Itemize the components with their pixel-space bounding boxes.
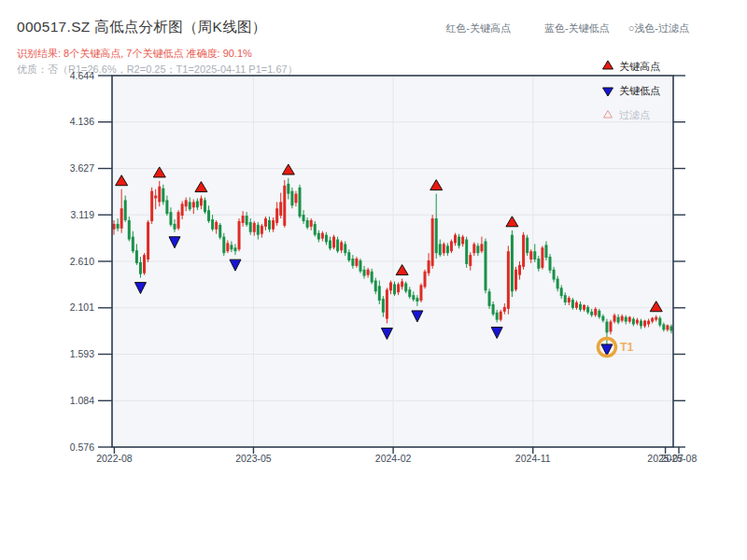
candle-body	[340, 242, 343, 250]
candle-body	[371, 272, 374, 283]
candle-body	[579, 304, 582, 310]
key-high-legend-icon	[603, 61, 613, 69]
candle-body	[154, 196, 157, 199]
candle-body	[609, 322, 612, 332]
y-axis-label: 1.593	[70, 348, 94, 359]
candle-body	[636, 320, 639, 324]
candle-body	[541, 247, 543, 268]
candle-body	[419, 285, 422, 301]
candle-body	[347, 252, 350, 260]
candle-body	[253, 223, 256, 232]
candle-body	[424, 272, 427, 287]
candle-body	[469, 255, 472, 266]
candle-body	[617, 317, 620, 323]
candle-body	[355, 259, 358, 266]
candle-body	[500, 312, 502, 320]
candle-body	[290, 191, 293, 206]
candle-body	[200, 198, 203, 205]
candle-body	[389, 283, 392, 291]
candle-body	[431, 218, 434, 266]
candle-body	[325, 235, 328, 243]
y-axis-label: 3.627	[70, 162, 94, 174]
candle-body	[218, 225, 221, 238]
candle-body	[314, 224, 317, 235]
candle-body	[249, 222, 252, 232]
candle-body	[446, 245, 449, 253]
t1-label: T1	[620, 341, 634, 354]
candle-body	[196, 201, 199, 207]
candle-body	[544, 245, 547, 258]
candle-body	[120, 208, 123, 229]
candle-body	[294, 194, 297, 203]
candle-body	[222, 237, 225, 254]
candle-body	[386, 289, 388, 318]
y-axis-label: 2.610	[70, 256, 94, 267]
candle-body	[393, 284, 396, 294]
candle-body	[158, 187, 161, 203]
candle-body	[643, 321, 646, 327]
candle-body	[128, 220, 131, 240]
candle-body	[242, 216, 245, 223]
x-axis-label: 2024-02	[375, 453, 412, 464]
candle-body	[306, 220, 309, 228]
candle-body	[124, 200, 127, 220]
candle-body	[367, 270, 370, 275]
candle-body	[605, 322, 608, 333]
candle-body	[621, 316, 624, 321]
candle-body	[204, 200, 206, 212]
candle-body	[594, 309, 597, 315]
candle-body	[310, 220, 313, 227]
candle-body	[143, 255, 146, 273]
candle-body	[658, 318, 661, 326]
candle-body	[662, 325, 665, 330]
y-axis-label: 1.084	[70, 395, 94, 406]
candle-body	[257, 225, 260, 235]
y-axis-label: 4.644	[70, 70, 94, 81]
candle-body	[382, 299, 385, 313]
candle-body	[351, 259, 354, 266]
candle-body	[625, 317, 627, 322]
candle-body	[226, 243, 229, 251]
candle-body	[511, 235, 514, 292]
candle-body	[408, 289, 411, 297]
candle-body	[640, 321, 642, 327]
candle-body	[177, 212, 180, 229]
app-window: 000517.SZ 高低点分析图（周K线图） 识别结果: 8个关键高点, 7个关…	[0, 0, 747, 560]
y-axis-label: 2.101	[70, 301, 94, 313]
candle-body	[507, 251, 510, 309]
candle-body	[246, 216, 248, 225]
candle-body	[526, 238, 529, 254]
candle-body	[575, 302, 578, 308]
candle-body	[412, 295, 415, 300]
candle-body	[374, 281, 377, 292]
candle-body	[169, 212, 172, 225]
candle-body	[317, 233, 320, 240]
candle-body	[655, 317, 657, 320]
candle-body	[344, 244, 346, 253]
candle-body	[264, 218, 267, 227]
candle-body	[549, 257, 552, 271]
candle-body	[275, 208, 278, 223]
candle-body	[162, 189, 164, 203]
candle-body	[522, 235, 525, 267]
candle-body	[583, 305, 585, 310]
candle-body	[568, 298, 571, 302]
x-axis-label: 2025-08	[661, 453, 698, 464]
candle-body	[613, 315, 616, 322]
candle-body	[329, 240, 331, 248]
candle-body	[492, 304, 495, 315]
candle-body	[496, 313, 499, 320]
candle-body	[484, 241, 486, 290]
key-low-legend-label: 关键低点	[619, 85, 660, 96]
candle-body	[207, 210, 210, 221]
candle-body	[537, 259, 540, 269]
candle-body	[233, 247, 236, 251]
candle-body	[215, 222, 218, 230]
y-axis-label: 3.119	[71, 209, 95, 220]
candle-body	[287, 184, 289, 194]
candle-body	[428, 260, 430, 273]
candle-body	[476, 245, 479, 253]
x-axis-label: 2022-08	[96, 453, 133, 464]
candle-body	[192, 202, 195, 207]
candle-body	[435, 218, 438, 253]
